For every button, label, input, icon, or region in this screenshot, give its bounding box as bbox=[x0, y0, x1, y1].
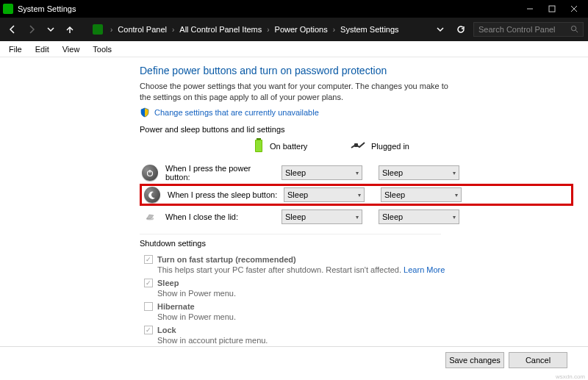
hibernate-checkbox[interactable] bbox=[144, 302, 153, 311]
column-headers: On battery Plugged in bbox=[254, 138, 573, 154]
fast-startup-checkbox[interactable] bbox=[144, 255, 153, 264]
sleep-battery-select[interactable]: Sleep▾ bbox=[284, 187, 365, 202]
navigation-bar: › Control Panel › All Control Panel Item… bbox=[0, 18, 588, 41]
lid-plugged-select[interactable]: Sleep▾ bbox=[379, 209, 459, 224]
chevron-down-icon: ▾ bbox=[358, 192, 361, 198]
shutdown-lock: Lock Show in account picture menu. bbox=[140, 324, 573, 348]
recent-button[interactable] bbox=[43, 21, 59, 37]
learn-more-link[interactable]: Learn More bbox=[404, 265, 445, 274]
plug-icon bbox=[351, 140, 365, 152]
row-sleep-button: When I press the sleep button: Sleep▾ Sl… bbox=[140, 184, 573, 206]
menu-bar: File Edit View Tools bbox=[0, 41, 588, 57]
content-area: Define power buttons and turn on passwor… bbox=[0, 57, 588, 348]
svg-line-6 bbox=[576, 30, 578, 32]
svg-point-5 bbox=[571, 26, 576, 30]
svg-rect-10 bbox=[354, 143, 358, 147]
row-power-label: When I press the power button: bbox=[165, 164, 276, 182]
section-power-sleep-title: Power and sleep buttons and lid settings bbox=[140, 125, 573, 134]
up-button[interactable] bbox=[62, 21, 78, 37]
power-plugged-select[interactable]: Sleep▾ bbox=[379, 165, 459, 180]
section-shutdown-title: Shutdown settings bbox=[140, 239, 573, 248]
page-heading: Define power buttons and turn on passwor… bbox=[140, 65, 573, 76]
row-power-button: When I press the power button: Sleep▾ Sl… bbox=[140, 162, 573, 184]
row-sleep-label: When I press the sleep button: bbox=[168, 190, 278, 199]
menu-edit[interactable]: Edit bbox=[29, 43, 55, 55]
search-input[interactable]: Search Control Panel bbox=[473, 22, 584, 37]
chevron-down-icon: ▾ bbox=[356, 170, 359, 176]
col-battery-label: On battery bbox=[270, 142, 307, 151]
sleep-checkbox[interactable] bbox=[144, 279, 153, 287]
close-button[interactable] bbox=[563, 1, 585, 17]
chevron-down-icon: ▾ bbox=[356, 214, 359, 221]
menu-tools[interactable]: Tools bbox=[87, 43, 118, 55]
breadcrumb-item[interactable]: All Control Panel Items bbox=[179, 23, 262, 36]
page-description: Choose the power settings that you want … bbox=[140, 81, 456, 103]
minimize-button[interactable] bbox=[519, 1, 541, 17]
battery-icon bbox=[254, 138, 264, 154]
row-lid: When I close the lid: Sleep▾ Sleep▾ bbox=[140, 206, 573, 228]
lid-icon bbox=[140, 207, 159, 226]
menu-view[interactable]: View bbox=[57, 43, 86, 55]
svg-rect-7 bbox=[257, 138, 261, 140]
refresh-button[interactable] bbox=[453, 21, 469, 37]
app-icon bbox=[3, 4, 13, 14]
control-panel-icon bbox=[93, 24, 103, 35]
breadcrumb-dropdown[interactable] bbox=[432, 21, 448, 37]
sleep-plugged-select[interactable]: Sleep▾ bbox=[381, 187, 462, 202]
row-lid-label: When I close the lid: bbox=[165, 212, 276, 221]
shutdown-hibernate: Hibernate Show in Power menu. bbox=[140, 301, 573, 324]
lid-battery-select[interactable]: Sleep▾ bbox=[282, 209, 362, 224]
window-title: System Settings bbox=[18, 4, 519, 13]
search-placeholder: Search Control Panel bbox=[478, 25, 556, 34]
title-bar: System Settings bbox=[0, 0, 588, 18]
footer-bar: Save changes Cancel bbox=[0, 346, 588, 373]
maximize-button[interactable] bbox=[541, 1, 563, 17]
shield-icon bbox=[140, 107, 150, 118]
power-icon bbox=[140, 163, 159, 182]
forward-button[interactable] bbox=[24, 21, 40, 37]
power-battery-select[interactable]: Sleep▾ bbox=[282, 165, 362, 180]
change-settings-link[interactable]: Change settings that are currently unava… bbox=[154, 108, 319, 117]
shutdown-sleep: Sleep Show in Power menu. bbox=[140, 277, 573, 301]
sleep-icon bbox=[143, 185, 162, 204]
svg-rect-1 bbox=[549, 6, 555, 12]
menu-file[interactable]: File bbox=[3, 43, 28, 55]
chevron-down-icon: ▾ bbox=[453, 170, 456, 176]
chevron-down-icon: ▾ bbox=[453, 214, 456, 221]
breadcrumb-item[interactable]: System Settings bbox=[340, 23, 399, 36]
svg-rect-9 bbox=[256, 140, 262, 151]
watermark: wsxdn.com bbox=[556, 373, 585, 380]
breadcrumb-item[interactable]: Control Panel bbox=[117, 23, 168, 36]
breadcrumb-item[interactable]: Power Options bbox=[274, 23, 329, 36]
chevron-down-icon: ▾ bbox=[455, 192, 458, 198]
shutdown-fast-startup: Turn on fast startup (recommended) This … bbox=[140, 254, 573, 277]
save-button[interactable]: Save changes bbox=[445, 352, 504, 368]
col-plugged-label: Plugged in bbox=[371, 142, 409, 151]
lock-checkbox[interactable] bbox=[144, 326, 153, 334]
cancel-button[interactable]: Cancel bbox=[509, 352, 567, 368]
search-icon bbox=[570, 25, 578, 35]
back-button[interactable] bbox=[4, 21, 21, 37]
